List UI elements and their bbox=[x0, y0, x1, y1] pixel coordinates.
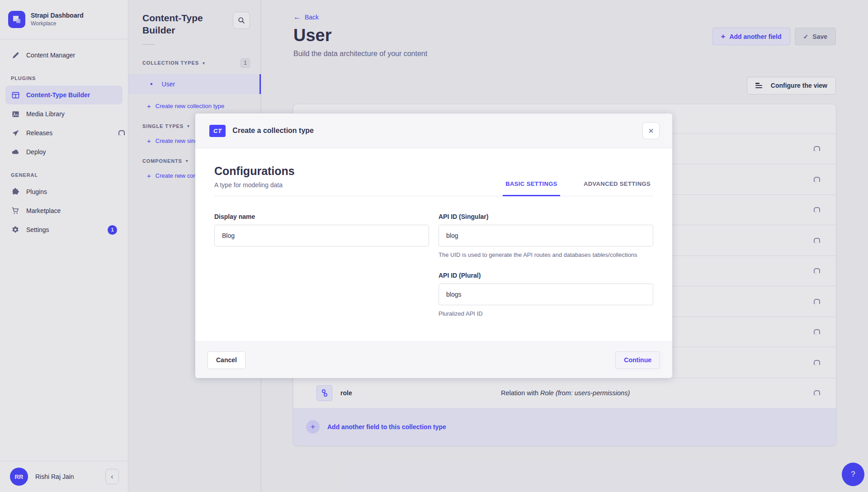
content-type-badge: CT bbox=[209, 125, 226, 137]
close-modal-button[interactable]: × bbox=[642, 122, 660, 139]
api-id-singular-label: API ID (Singular) bbox=[439, 213, 653, 220]
modal-header: CT Create a collection type × bbox=[195, 114, 672, 148]
api-id-plural-input[interactable] bbox=[439, 284, 653, 305]
modal-title: Create a collection type bbox=[232, 127, 314, 135]
close-icon: × bbox=[648, 126, 654, 135]
api-id-plural-helper: Pluralized API ID bbox=[439, 309, 653, 318]
api-id-plural-label: API ID (Plural) bbox=[439, 272, 653, 279]
display-name-input[interactable] bbox=[214, 225, 429, 246]
create-collection-type-modal: CT Create a collection type × Configurat… bbox=[195, 114, 672, 378]
api-id-singular-helper: The UID is used to generate the API rout… bbox=[439, 251, 653, 260]
tab-basic-settings[interactable]: BASIC SETTINGS bbox=[503, 180, 560, 196]
display-name-label: Display name bbox=[214, 213, 429, 220]
modal-footer: Cancel Continue bbox=[195, 341, 672, 378]
continue-button[interactable]: Continue bbox=[615, 351, 660, 369]
tab-advanced-settings[interactable]: ADVANCED SETTINGS bbox=[581, 180, 653, 196]
configurations-heading: Configurations bbox=[214, 165, 295, 178]
settings-tabs: BASIC SETTINGS ADVANCED SETTINGS bbox=[503, 180, 653, 196]
modal-body: Configurations A type for modeling data … bbox=[195, 148, 672, 318]
configurations-subheading: A type for modeling data bbox=[214, 181, 295, 189]
app-root: Strapi Dashboard Workplace Content Manag… bbox=[0, 0, 868, 492]
api-id-singular-input[interactable] bbox=[439, 225, 653, 246]
cancel-button[interactable]: Cancel bbox=[208, 351, 245, 369]
